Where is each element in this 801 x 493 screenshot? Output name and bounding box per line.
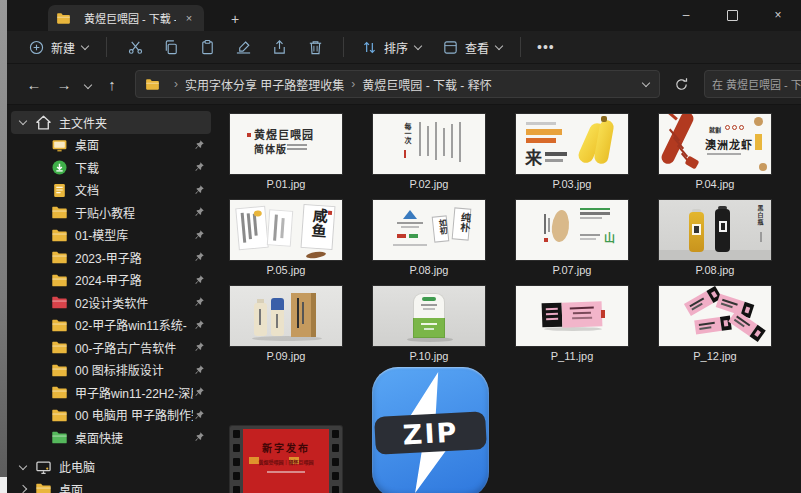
file-tile[interactable]: 黄煜巨喂园简体版 P.01.jpg	[230, 114, 342, 190]
chevron-icon[interactable]	[19, 485, 31, 493]
new-icon	[28, 39, 45, 56]
thumb-shape	[572, 317, 592, 320]
sidebar-item[interactable]: 01-模型库	[11, 224, 211, 247]
sidebar-icon	[51, 429, 68, 445]
file-tile[interactable]: P_11.jpg	[516, 286, 628, 362]
sidebar-item[interactable]: 桌面快捷	[11, 426, 211, 449]
chevron-icon[interactable]	[19, 463, 31, 471]
minimize-button[interactable]: –	[663, 0, 709, 30]
zip-icon-band: ZIP	[374, 411, 487, 455]
file-name: P.03.jpg	[516, 178, 628, 190]
sort-button[interactable]: 排序	[354, 35, 429, 60]
search-box[interactable]: 在 黄煜巨喂园 - 下载 - ..	[704, 70, 801, 98]
thumb-shape	[306, 251, 327, 260]
sidebar-item[interactable]: 桌面	[11, 478, 211, 493]
cut-button[interactable]	[120, 35, 150, 59]
tab-bar: 黄煜巨喂园 - 下载 - 释怀 × + – ×	[7, 0, 801, 31]
thumb-shape	[397, 234, 406, 238]
trash-icon	[307, 39, 324, 56]
recent-locations-button[interactable]	[80, 76, 96, 93]
file-tile[interactable]: 黑白瓶 P.08.jpg	[659, 200, 771, 276]
sidebar-icon	[51, 339, 68, 355]
thumb-shape	[573, 312, 591, 315]
sidebar-item[interactable]: 02-甲子路win11系统-	[11, 314, 211, 337]
share-icon	[271, 39, 288, 56]
forward-button[interactable]: →	[52, 76, 76, 93]
file-name: P_11.jpg	[516, 350, 628, 362]
file-tile[interactable]: 每一次 P.02.jpg	[373, 114, 485, 190]
delete-button[interactable]	[300, 35, 330, 59]
refresh-button[interactable]	[668, 71, 694, 97]
thumb-shape	[254, 303, 267, 336]
sidebar-item[interactable]: 下载	[11, 156, 211, 179]
paste-button[interactable]	[192, 35, 222, 59]
file-tile[interactable]: 如初纯朴 P.08.jpg	[373, 200, 485, 276]
sidebar-item[interactable]: 此电脑	[11, 456, 211, 479]
thumb-shape	[526, 129, 562, 135]
sidebar-icon	[51, 249, 68, 265]
pin-icon	[193, 161, 205, 173]
file-name: P.08.jpg	[659, 264, 771, 276]
file-thumbnail: 山	[516, 200, 628, 260]
pin-icon	[193, 251, 205, 263]
thumb-shape	[276, 314, 278, 328]
refresh-icon	[673, 76, 690, 93]
rename-button[interactable]	[228, 35, 258, 59]
file-tile[interactable]: P.09.jpg	[230, 286, 342, 362]
file-tile[interactable]: 就割澳洲龙虾 P.04.jpg	[659, 114, 771, 190]
thumb-shape	[247, 213, 252, 239]
sidebar-item-label: 00 图标排版设计	[75, 361, 193, 378]
thumb-shape	[545, 159, 563, 162]
video-file-thumbnail[interactable]: 新字发布黄煜受喂园｜释怀巨喂园	[230, 426, 342, 493]
sidebar-item[interactable]: 00 电脑用 甲子路制作完成	[11, 404, 211, 427]
sidebar-icon	[51, 182, 68, 198]
view-icon	[442, 39, 459, 56]
breadcrumb-segment[interactable]: 实用字体分享 甲子路整理收集	[185, 76, 344, 93]
chevron-icon[interactable]	[19, 118, 31, 126]
file-tile[interactable]: 山 P.07.jpg	[516, 200, 628, 276]
sidebar-item[interactable]: 文档	[11, 179, 211, 202]
new-tab-button[interactable]: +	[226, 11, 244, 27]
zip-file-icon[interactable]: ZIP	[372, 367, 489, 493]
back-button[interactable]: ←	[22, 76, 46, 93]
sidebar-item[interactable]: 2024-甲子路	[11, 269, 211, 292]
see-more-button[interactable]: •••	[531, 39, 561, 55]
file-tile[interactable]: 咸鱼 P.05.jpg	[230, 200, 342, 276]
file-tile[interactable]: P.10.jpg	[373, 286, 485, 362]
sidebar-item-label: 00 电脑用 甲子路制作完成	[75, 406, 193, 423]
file-thumbnail: 来	[516, 114, 628, 174]
new-button[interactable]: 新建	[21, 35, 96, 60]
view-button[interactable]: 查看	[435, 35, 510, 60]
copy-button[interactable]	[156, 35, 186, 59]
thumb-shape	[427, 126, 429, 156]
address-bar[interactable]: › 实用字体分享 甲子路整理收集 › 黄煜巨喂园 - 下载 - 释怀	[135, 70, 660, 98]
file-tile[interactable]: P_12.jpg	[659, 286, 771, 362]
pin-icon	[193, 139, 205, 151]
sidebar-item[interactable]: 甲子路win11-22H2-深度优化-03F	[11, 381, 211, 404]
sidebar-item[interactable]: 主文件夹	[11, 111, 211, 134]
thumb-shape	[692, 224, 701, 235]
thumb-shape	[580, 234, 600, 236]
breadcrumb-segment[interactable]: 黄煜巨喂园 - 下载 - 释怀	[362, 76, 491, 93]
file-thumbnail: 每一次	[373, 114, 485, 174]
address-dropdown-icon[interactable]	[642, 80, 650, 88]
sidebar-item[interactable]: 00 图标排版设计	[11, 359, 211, 382]
pin-icon	[193, 229, 205, 241]
sidebar-item[interactable]: 2023-甲子路	[11, 246, 211, 269]
sidebar-item[interactable]: 00-子路古广告软件	[11, 336, 211, 359]
sidebar-item[interactable]: 于贴小教程	[11, 201, 211, 224]
file-name: P.08.jpg	[373, 264, 485, 276]
tab-close-icon[interactable]: ×	[182, 12, 196, 24]
up-button[interactable]: ↑	[100, 76, 124, 93]
file-name: P.02.jpg	[373, 178, 485, 190]
share-button[interactable]	[264, 35, 294, 59]
sidebar-item[interactable]: 桌面	[11, 134, 211, 157]
chevron-down-icon	[495, 43, 503, 51]
maximize-button[interactable]	[709, 0, 755, 30]
sidebar-icon	[51, 317, 68, 333]
file-tile[interactable]: 来 P.03.jpg	[516, 114, 628, 190]
explorer-tab[interactable]: 黄煜巨喂园 - 下载 - 释怀 ×	[48, 5, 204, 31]
film-panel: 新字发布黄煜受喂园｜释怀巨喂园	[243, 429, 329, 493]
close-button[interactable]: ×	[755, 0, 801, 30]
sidebar-item[interactable]: 02设计类软件	[11, 291, 211, 314]
